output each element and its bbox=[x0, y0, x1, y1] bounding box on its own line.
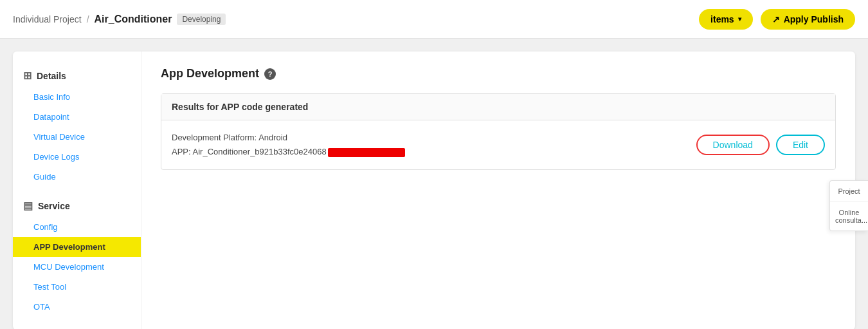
app-value: Air_Conditioner_b921b33fc0e24068 bbox=[193, 147, 327, 156]
sidebar-item-config[interactable]: Config bbox=[13, 217, 141, 237]
page-title: App Development ? bbox=[161, 67, 836, 80]
service-section-title: ▤ Service bbox=[13, 194, 141, 217]
details-section-label: Details bbox=[37, 71, 66, 81]
main-card: ⊞ Details Basic Info Datapoint Virtual D… bbox=[13, 52, 855, 329]
app-key-redacted bbox=[328, 148, 405, 157]
sidebar-item-test-tool[interactable]: Test Tool bbox=[13, 277, 141, 297]
results-actions: Download Edit bbox=[696, 135, 825, 155]
project-name: Air_Conditioner bbox=[95, 14, 172, 25]
items-label: items bbox=[710, 14, 734, 24]
app-line: APP: Air_Conditioner_b921b33fc0e24068 bbox=[172, 145, 683, 159]
dev-platform-label: Development Platform: bbox=[172, 133, 257, 142]
service-section-label: Service bbox=[38, 201, 70, 211]
main-container: ⊞ Details Basic Info Datapoint Virtual D… bbox=[0, 39, 868, 329]
service-icon: ▤ bbox=[23, 200, 33, 212]
sidebar-item-basic-info[interactable]: Basic Info bbox=[13, 87, 141, 107]
dev-platform-line: Development Platform: Android bbox=[172, 131, 683, 145]
apply-publish-label: Apply Publish bbox=[784, 14, 844, 24]
results-row: Development Platform: Android APP: Air_C… bbox=[161, 120, 835, 169]
breadcrumb-separator: / bbox=[87, 14, 89, 24]
download-button[interactable]: Download bbox=[696, 135, 770, 155]
items-button[interactable]: items ▾ bbox=[699, 9, 753, 30]
sidebar: ⊞ Details Basic Info Datapoint Virtual D… bbox=[13, 52, 141, 329]
header: Individual Project / Air_Conditioner Dev… bbox=[0, 0, 868, 39]
external-link-icon: ↗ bbox=[772, 14, 780, 24]
status-badge: Developing bbox=[177, 14, 226, 25]
right-panel-online-consult[interactable]: Online consulta... bbox=[830, 202, 868, 230]
app-label: APP: bbox=[172, 147, 191, 156]
content-area: App Development ? Results for APP code g… bbox=[141, 52, 855, 329]
sidebar-item-ota[interactable]: OTA bbox=[13, 297, 141, 317]
header-actions: items ▾ ↗ Apply Publish bbox=[699, 9, 855, 30]
apply-publish-button[interactable]: ↗ Apply Publish bbox=[761, 9, 855, 30]
breadcrumb-link[interactable]: Individual Project bbox=[13, 14, 82, 24]
sidebar-item-device-logs[interactable]: Device Logs bbox=[13, 147, 141, 167]
results-box: Results for APP code generated Developme… bbox=[161, 93, 836, 170]
help-icon[interactable]: ? bbox=[264, 68, 276, 80]
right-panel: Project Online consulta... bbox=[829, 180, 868, 231]
sidebar-item-guide[interactable]: Guide bbox=[13, 167, 141, 187]
sidebar-item-datapoint[interactable]: Datapoint bbox=[13, 107, 141, 127]
results-header: Results for APP code generated bbox=[161, 94, 835, 120]
page-title-text: App Development bbox=[161, 67, 259, 80]
sidebar-item-app-development[interactable]: APP Development bbox=[13, 237, 141, 257]
edit-button[interactable]: Edit bbox=[776, 135, 825, 155]
results-info: Development Platform: Android APP: Air_C… bbox=[172, 131, 683, 159]
breadcrumb: Individual Project / Air_Conditioner Dev… bbox=[13, 14, 226, 25]
dev-platform-value: Android bbox=[258, 133, 287, 142]
details-section-title: ⊞ Details bbox=[13, 64, 141, 87]
chevron-down-icon: ▾ bbox=[738, 15, 741, 23]
right-panel-project[interactable]: Project bbox=[830, 181, 868, 202]
sidebar-item-mcu-development[interactable]: MCU Development bbox=[13, 257, 141, 277]
grid-icon: ⊞ bbox=[23, 70, 32, 82]
sidebar-item-virtual-device[interactable]: Virtual Device bbox=[13, 127, 141, 147]
